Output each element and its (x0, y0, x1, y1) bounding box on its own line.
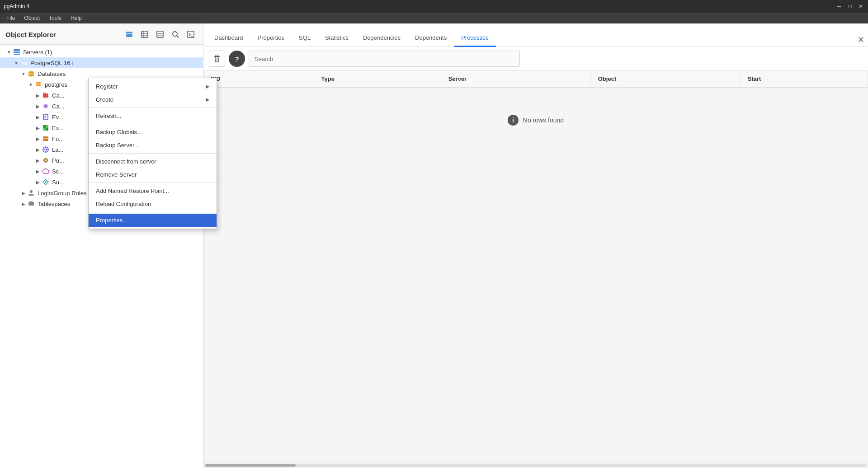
subscriptions-toggle[interactable]: ▶ (34, 178, 42, 186)
publications-icon (42, 156, 50, 164)
help-button[interactable]: ? (229, 51, 245, 67)
tab-statistics[interactable]: Statistics (318, 30, 356, 47)
info-icon: i (508, 115, 519, 126)
ctx-sep3 (89, 153, 217, 154)
menu-file[interactable]: File (2, 14, 19, 22)
postgres-db-icon (34, 80, 42, 89)
svg-rect-2 (126, 36, 132, 37)
ctx-remove-server-label: Remove Server (96, 171, 137, 178)
tab-dashboard[interactable]: Dashboard (207, 30, 250, 47)
postgres-db-label: postgres (45, 81, 67, 88)
ctx-restore-point[interactable]: Add Named Restore Point... (89, 184, 217, 197)
menu-help[interactable]: Help (66, 14, 86, 22)
titlebar: pgAdmin 4 ─ □ ✕ (0, 0, 868, 13)
postgresql-toggle[interactable]: ▼ (13, 59, 20, 66)
ctx-sep4 (89, 183, 217, 183)
ctx-refresh[interactable]: Refresh... (89, 109, 217, 122)
svg-rect-44 (28, 202, 34, 206)
delete-button[interactable] (209, 51, 225, 67)
languages-toggle[interactable]: ▶ (34, 146, 42, 153)
tabs-bar: Dashboard Properties SQL Statistics Depe… (203, 23, 868, 47)
oe-view-button[interactable] (153, 28, 167, 41)
postgres-db-toggle[interactable]: ▼ (27, 81, 34, 88)
foreign-label: Fo... (52, 136, 64, 142)
svg-rect-33 (43, 128, 46, 131)
ctx-properties[interactable]: Properties... (89, 214, 217, 227)
svg-rect-25 (43, 94, 48, 98)
svg-rect-45 (29, 201, 33, 202)
oe-server-button[interactable] (123, 28, 136, 41)
tab-processes[interactable]: Processes (454, 30, 496, 47)
ctx-reload-config[interactable]: Reload Configuration (89, 197, 217, 211)
databases-icon (27, 70, 35, 78)
events-label: Ev... (52, 114, 63, 121)
databases-toggle[interactable]: ▼ (20, 70, 27, 77)
schemas-icon (42, 167, 50, 175)
app-title: pgAdmin 4 (4, 3, 835, 9)
servers-toggle[interactable]: ▼ (5, 48, 13, 56)
oe-toolbar (123, 28, 198, 41)
ctx-remove-server[interactable]: Remove Server (89, 168, 217, 181)
ctx-properties-label: Properties... (96, 217, 127, 224)
catalogs1-toggle[interactable]: ▶ (34, 92, 42, 99)
app-body: Object Explorer (0, 23, 868, 468)
tab-properties[interactable]: Properties (250, 30, 292, 47)
oe-search-button[interactable] (169, 28, 182, 41)
ctx-create[interactable]: Create ▶ (89, 93, 217, 106)
tab-sql[interactable]: SQL (292, 30, 318, 47)
svg-text:PG: PG (22, 61, 28, 66)
ctx-disconnect[interactable]: Disconnect from server (89, 155, 217, 168)
postgresql-icon: PG (20, 59, 28, 67)
panel-close-button[interactable]: ✕ (858, 35, 864, 47)
tree-postgresql[interactable]: ▼ PG PostgreSQL 16 | (0, 57, 203, 68)
svg-rect-7 (157, 31, 163, 37)
svg-rect-16 (14, 54, 20, 55)
tablespaces-toggle[interactable]: ▶ (20, 200, 27, 207)
scroll-thumb[interactable] (205, 464, 296, 467)
schemas-label: Sc... (52, 168, 64, 175)
tree-servers[interactable]: ▼ Servers (1) (0, 47, 203, 57)
menu-tools[interactable]: Tools (44, 14, 66, 22)
ctx-restore-point-label: Add Named Restore Point... (96, 187, 169, 194)
publications-label: Pu... (52, 157, 64, 164)
ctx-backup-server[interactable]: Backup Server... (89, 139, 217, 152)
close-button[interactable]: ✕ (857, 3, 864, 10)
publications-toggle[interactable]: ▶ (34, 157, 42, 164)
svg-rect-46 (215, 56, 219, 62)
maximize-button[interactable]: □ (846, 3, 854, 10)
table-area[interactable]: PID Type Server Object Start i No rows f… (203, 71, 868, 462)
svg-line-11 (177, 36, 179, 37)
svg-rect-34 (46, 128, 48, 131)
foreign-toggle[interactable]: ▶ (34, 135, 42, 142)
extensions-toggle[interactable]: ▶ (34, 124, 42, 131)
tablespaces-icon (27, 200, 35, 208)
login-roles-toggle[interactable]: ▶ (20, 189, 27, 197)
tab-dependencies[interactable]: Dependencies (356, 30, 408, 47)
object-explorer-title: Object Explorer (5, 31, 56, 38)
delete-icon (213, 54, 221, 63)
oe-table-button[interactable] (138, 28, 151, 41)
schemas-toggle[interactable]: ▶ (34, 168, 42, 175)
catalogs2-toggle[interactable]: ▶ (34, 103, 42, 110)
svg-rect-35 (43, 136, 48, 141)
catalogs1-label: Ca... (52, 92, 64, 99)
events-toggle[interactable]: ▶ (34, 113, 42, 121)
ctx-backup-globals-label: Backup Globals... (96, 129, 142, 136)
left-panel: Object Explorer (0, 23, 203, 468)
servers-icon (13, 48, 21, 56)
bottom-scrollbar[interactable] (203, 462, 868, 468)
svg-point-10 (173, 32, 177, 36)
tab-dependents[interactable]: Dependents (408, 30, 454, 47)
databases-label: Databases (38, 70, 66, 77)
ctx-backup-globals[interactable]: Backup Globals... (89, 126, 217, 139)
ctx-register[interactable]: Register ▶ (89, 80, 217, 93)
minimize-button[interactable]: ─ (835, 3, 843, 10)
context-menu: Register ▶ Create ▶ Refresh... Backup Gl… (88, 78, 217, 229)
no-rows-message: No rows found (523, 117, 564, 124)
svg-rect-0 (126, 32, 132, 33)
search-input[interactable] (249, 51, 520, 67)
svg-rect-15 (14, 51, 20, 53)
oe-terminal-button[interactable] (184, 28, 198, 41)
menu-object[interactable]: Object (19, 14, 44, 22)
scroll-track[interactable] (205, 464, 866, 467)
